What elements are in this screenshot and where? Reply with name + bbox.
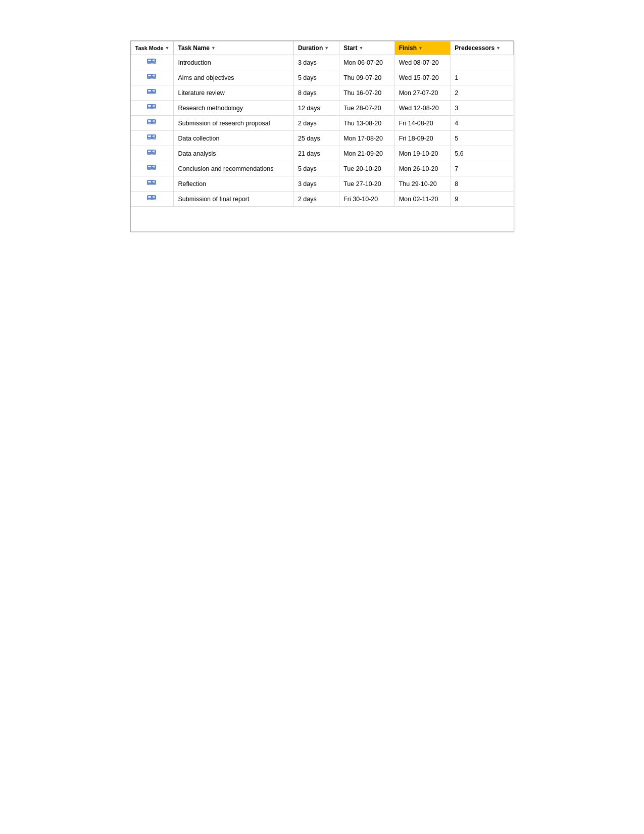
duration-cell: 5 days (293, 161, 339, 176)
task-name-cell: Data collection (174, 131, 293, 146)
duration-header: Duration ▼ (293, 41, 339, 55)
finish-cell: Wed 15-07-20 (394, 70, 451, 85)
svg-rect-13 (148, 120, 151, 122)
svg-rect-4 (148, 75, 151, 76)
task-name-cell: Submission of final report (174, 192, 293, 207)
table-row: Reflection3 daysTue 27-10-20Thu 29-10-20… (131, 176, 513, 192)
start-cell: Fri 30-10-20 (339, 192, 395, 207)
predecessors-cell: 8 (451, 176, 513, 192)
finish-header: Finish ▼ (394, 41, 451, 55)
duration-dropdown-icon[interactable]: ▼ (324, 45, 329, 51)
task-mode-cell (131, 70, 174, 85)
finish-cell: Fri 18-09-20 (394, 131, 451, 146)
gantt-table: Task Mode ▼ Task Name ▼ Duration ▼ (131, 41, 514, 206)
predecessors-dropdown-icon[interactable]: ▼ (496, 45, 501, 51)
task-mode-cell (131, 116, 174, 131)
gantt-table-container: Task Mode ▼ Task Name ▼ Duration ▼ (130, 40, 514, 232)
start-cell: Tue 28-07-20 (339, 101, 395, 116)
predecessors-cell: 5 (451, 131, 513, 146)
task-name-header: Task Name ▼ (174, 41, 293, 55)
svg-rect-16 (148, 135, 151, 137)
svg-rect-10 (148, 105, 151, 107)
task-mode-cell (131, 192, 174, 207)
task-name-cell: Submission of research proposal (174, 116, 293, 131)
duration-cell: 3 days (293, 176, 339, 192)
predecessors-cell: 1 (451, 70, 513, 85)
svg-rect-19 (148, 151, 151, 152)
task-name-cell: Introduction (174, 55, 293, 70)
table-row: Introduction3 daysMon 06-07-20Wed 08-07-… (131, 55, 513, 70)
predecessors-cell (451, 55, 513, 70)
finish-cell: Mon 27-07-20 (394, 85, 451, 101)
predecessors-cell: 5,6 (451, 146, 513, 161)
duration-cell: 25 days (293, 131, 339, 146)
start-header: Start ▼ (339, 41, 395, 55)
table-row: Data collection25 daysMon 17-08-20Fri 18… (131, 131, 513, 146)
table-row: Literature review8 daysThu 16-07-20Mon 2… (131, 85, 513, 101)
table-row: Research methodology12 daysTue 28-07-20W… (131, 101, 513, 116)
task-mode-cell (131, 131, 174, 146)
finish-cell: Mon 26-10-20 (394, 161, 451, 176)
task-mode-icon (146, 164, 158, 172)
table-footer (131, 206, 514, 231)
duration-cell: 2 days (293, 192, 339, 207)
task-mode-icon (146, 58, 158, 66)
svg-rect-28 (148, 196, 151, 198)
task-mode-icon (146, 88, 158, 96)
table-row: Data analysis21 daysMon 21-09-20Mon 19-1… (131, 146, 513, 161)
finish-cell: Thu 29-10-20 (394, 176, 451, 192)
task-mode-dropdown-icon[interactable]: ▼ (165, 45, 170, 51)
table-row: Aims and objectives5 daysThu 09-07-20Wed… (131, 70, 513, 85)
task-mode-icon (146, 149, 158, 157)
task-name-cell: Aims and objectives (174, 70, 293, 85)
start-cell: Mon 06-07-20 (339, 55, 395, 70)
task-name-cell: Literature review (174, 85, 293, 101)
table-header-row: Task Mode ▼ Task Name ▼ Duration ▼ (131, 41, 513, 55)
duration-cell: 12 days (293, 101, 339, 116)
predecessors-cell: 3 (451, 101, 513, 116)
task-name-cell: Conclusion and recommendations (174, 161, 293, 176)
task-name-cell: Research methodology (174, 101, 293, 116)
task-name-cell: Data analysis (174, 146, 293, 161)
start-cell: Mon 21-09-20 (339, 146, 395, 161)
duration-cell: 8 days (293, 85, 339, 101)
predecessors-cell: 9 (451, 192, 513, 207)
start-cell: Thu 13-08-20 (339, 116, 395, 131)
svg-rect-25 (148, 181, 151, 182)
duration-cell: 2 days (293, 116, 339, 131)
finish-cell: Wed 12-08-20 (394, 101, 451, 116)
finish-cell: Mon 19-10-20 (394, 146, 451, 161)
start-cell: Mon 17-08-20 (339, 131, 395, 146)
predecessors-cell: 2 (451, 85, 513, 101)
task-mode-icon (146, 179, 158, 187)
task-mode-icon (146, 118, 158, 126)
task-name-cell: Reflection (174, 176, 293, 192)
predecessors-cell: 4 (451, 116, 513, 131)
table-body: Introduction3 daysMon 06-07-20Wed 08-07-… (131, 55, 513, 207)
duration-cell: 3 days (293, 55, 339, 70)
task-mode-icon (146, 103, 158, 111)
table-row: Submission of final report2 daysFri 30-1… (131, 192, 513, 207)
task-mode-icon (146, 133, 158, 142)
duration-cell: 5 days (293, 70, 339, 85)
start-cell: Thu 09-07-20 (339, 70, 395, 85)
task-mode-cell (131, 176, 174, 192)
task-name-dropdown-icon[interactable]: ▼ (211, 45, 216, 51)
svg-rect-1 (148, 60, 151, 61)
task-mode-cell (131, 55, 174, 70)
task-mode-cell (131, 161, 174, 176)
task-mode-icon (146, 73, 158, 81)
task-mode-icon (146, 194, 158, 202)
finish-dropdown-icon[interactable]: ▼ (418, 45, 423, 51)
duration-cell: 21 days (293, 146, 339, 161)
task-mode-cell (131, 146, 174, 161)
start-cell: Tue 27-10-20 (339, 176, 395, 192)
start-cell: Tue 20-10-20 (339, 161, 395, 176)
table-row: Conclusion and recommendations5 daysTue … (131, 161, 513, 176)
table-row: Submission of research proposal2 daysThu… (131, 116, 513, 131)
start-dropdown-icon[interactable]: ▼ (359, 45, 364, 51)
finish-cell: Mon 02-11-20 (394, 192, 451, 207)
svg-rect-7 (148, 90, 151, 91)
predecessors-cell: 7 (451, 161, 513, 176)
task-mode-header: Task Mode ▼ (131, 41, 174, 55)
